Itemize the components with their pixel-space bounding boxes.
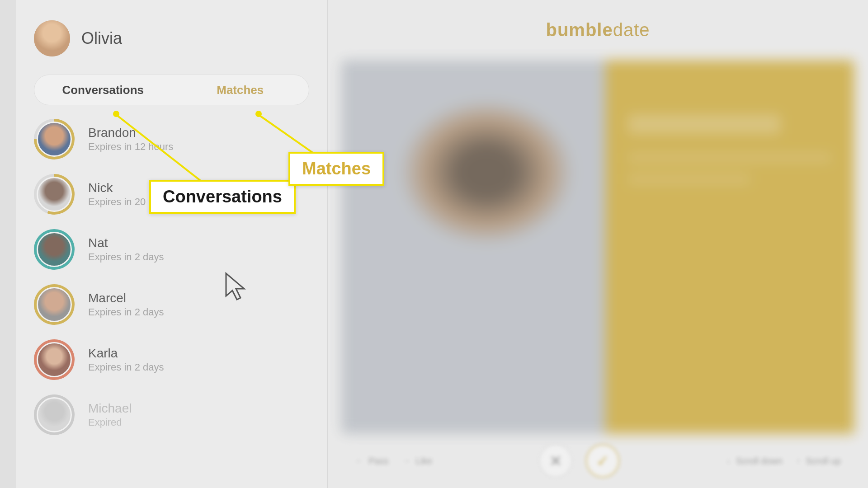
like-button[interactable]: ✓ bbox=[586, 444, 619, 478]
conversation-info: Marcel Expires in 2 days bbox=[88, 291, 164, 318]
arrow-down-icon: ↓ bbox=[726, 456, 731, 466]
avatar-ring bbox=[34, 394, 75, 435]
cursor-icon bbox=[222, 269, 253, 305]
conversation-name: Nat bbox=[88, 236, 164, 250]
annotation-matches: Matches bbox=[288, 152, 384, 186]
avatar bbox=[37, 397, 72, 432]
conversation-info: Michael Expired bbox=[88, 401, 132, 428]
user-avatar[interactable] bbox=[34, 20, 70, 56]
check-icon: ✓ bbox=[596, 452, 609, 470]
avatar-ring bbox=[34, 229, 75, 270]
profile-card[interactable] bbox=[328, 60, 868, 434]
scroll-up-hint: ↑ Scroll up bbox=[796, 456, 841, 466]
scroll-up-label: Scroll up bbox=[806, 456, 841, 466]
user-name: Olivia bbox=[81, 29, 122, 48]
profile-info-panel bbox=[605, 60, 854, 434]
avatar-ring bbox=[34, 339, 75, 380]
pass-button[interactable]: ✕ bbox=[539, 444, 572, 478]
conversation-item[interactable]: Karla Expires in 2 days bbox=[34, 339, 309, 380]
pass-label: Pass bbox=[368, 456, 388, 466]
tab-matches[interactable]: Matches bbox=[172, 75, 309, 105]
profile-line bbox=[628, 174, 750, 185]
sidebar: Olivia Conversations Matches Brandon Exp… bbox=[16, 0, 328, 488]
tab-conversations[interactable]: Conversations bbox=[34, 75, 172, 105]
avatar bbox=[37, 122, 72, 157]
arrow-up-icon: ↑ bbox=[796, 456, 800, 466]
profile-name-placeholder bbox=[628, 114, 781, 134]
close-icon: ✕ bbox=[549, 452, 562, 470]
profile-photo bbox=[341, 60, 605, 434]
avatar-ring bbox=[34, 119, 75, 160]
profile-line bbox=[628, 152, 832, 163]
conversation-item[interactable]: Michael Expired bbox=[34, 394, 309, 435]
conversation-name: Brandon bbox=[88, 126, 173, 140]
pass-hint: ← Pass bbox=[355, 456, 388, 466]
conversation-status: Expires in 2 days bbox=[88, 306, 164, 318]
avatar bbox=[37, 232, 72, 267]
action-bar: ← Pass → Like ✕ ✓ ↓ Scroll down ↑ Scroll… bbox=[328, 434, 868, 488]
avatar-ring bbox=[34, 284, 75, 325]
scroll-down-label: Scroll down bbox=[736, 456, 783, 466]
tabs: Conversations Matches bbox=[34, 75, 309, 105]
conversation-name: Marcel bbox=[88, 291, 164, 305]
avatar bbox=[37, 287, 72, 322]
conversation-status: Expired bbox=[88, 417, 132, 428]
arrow-left-icon: ← bbox=[355, 456, 363, 466]
scroll-down-hint: ↓ Scroll down bbox=[726, 456, 783, 466]
brand-light: date bbox=[613, 20, 650, 40]
conversation-item[interactable]: Brandon Expires in 12 hours bbox=[34, 119, 309, 160]
conversation-item[interactable]: Nat Expires in 2 days bbox=[34, 229, 309, 270]
like-label: Like bbox=[415, 456, 432, 466]
avatar-ring bbox=[34, 174, 75, 215]
main-area: bumbledate ← Pass → Like ✕ bbox=[328, 0, 868, 488]
conversation-name: Michael bbox=[88, 401, 132, 416]
conversation-item[interactable]: Marcel Expires in 2 days bbox=[34, 284, 309, 325]
conversation-list: Brandon Expires in 12 hours Nick Expires… bbox=[16, 119, 327, 435]
annotation-conversations: Conversations bbox=[149, 180, 296, 214]
like-hint: → Like bbox=[402, 456, 432, 466]
app-container: Olivia Conversations Matches Brandon Exp… bbox=[16, 0, 868, 488]
arrow-right-icon: → bbox=[402, 456, 410, 466]
avatar bbox=[37, 342, 72, 377]
avatar bbox=[37, 177, 72, 212]
brand-logo: bumbledate bbox=[328, 0, 868, 60]
conversation-status: Expires in 2 days bbox=[88, 251, 164, 263]
conversation-info: Karla Expires in 2 days bbox=[88, 346, 164, 373]
conversation-status: Expires in 2 days bbox=[88, 361, 164, 373]
conversation-name: Karla bbox=[88, 346, 164, 361]
brand-bold: bumble bbox=[546, 20, 613, 40]
user-header[interactable]: Olivia bbox=[16, 9, 327, 75]
conversation-info: Nat Expires in 2 days bbox=[88, 236, 164, 263]
conversation-status: Expires in 12 hours bbox=[88, 141, 173, 153]
